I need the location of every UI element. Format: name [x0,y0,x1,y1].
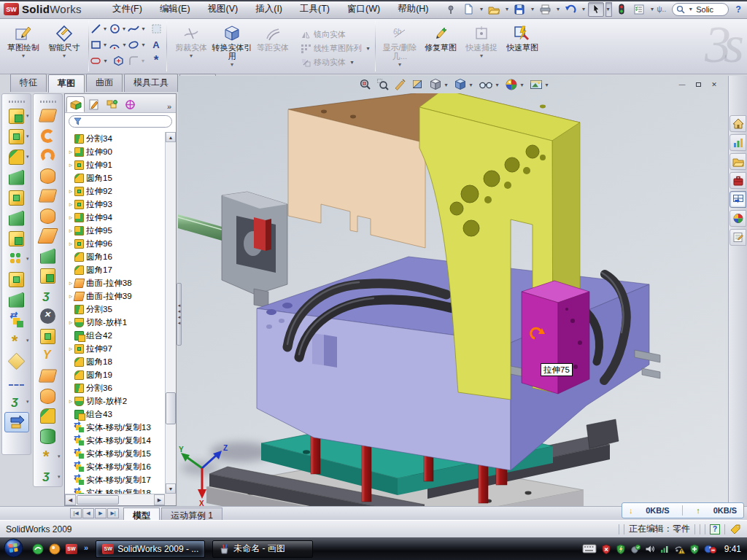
solidworks-quicklaunch-icon[interactable]: SW [66,544,77,554]
save-dropdown[interactable]: ▾ [529,6,535,12]
next-tab-button[interactable]: ▶ [95,508,107,518]
resources-home-icon[interactable] [729,115,746,132]
undo-button[interactable] [562,2,578,17]
mirror-entities-button[interactable]: 镜向实体 [301,29,371,40]
file-explorer-icon[interactable] [729,153,746,170]
expand-arrow-icon[interactable]: ▹ [67,319,74,326]
hole-wizard-button[interactable] [4,228,29,249]
feature-tree-item[interactable]: ▹ 拉伸97 [65,342,165,355]
feature-tree-item[interactable]: ▹ 拉伸92 [65,184,165,198]
reference-plane-button[interactable] [4,351,29,371]
zoom-to-fit-button[interactable] [359,78,372,91]
feature-tree-item[interactable]: 分割34 [65,132,165,145]
menu-item[interactable]: 工具(T) [291,0,338,18]
doc-minimize-button[interactable]: — [676,79,689,90]
undo-dropdown[interactable]: ▾ [580,6,587,12]
hide-show-items-button[interactable]: ▾ [479,79,500,90]
ruled-surface-button[interactable] [36,146,61,166]
tray-volume-icon[interactable] [645,544,655,554]
edit-appearance-button[interactable]: ▾ [505,78,525,91]
feature-tree-item[interactable]: 实体-移动/复制18 [65,486,165,494]
quicklaunch-overflow-chevron[interactable]: » [84,543,88,552]
menu-item[interactable]: 视图(V) [199,0,247,18]
display-style-button[interactable]: ▾ [454,78,474,91]
move-entities-button[interactable]: 移动实体 ▾ [301,57,371,68]
extend-surface-button[interactable] [36,286,61,306]
feature-tree-item[interactable]: 组合42 [65,329,165,342]
convert-entities-dropdown[interactable]: ▾ [231,61,233,68]
linear-pattern-button[interactable]: 线性草图阵列 ▾ [301,43,371,54]
feature-tree-item[interactable]: 实体-移动/复制13 [65,421,165,434]
trim-entities-button[interactable]: 剪裁实体 ▾ [171,22,212,59]
draft-button[interactable] [4,208,29,228]
surface-cylinder-button[interactable] [36,427,61,446]
swept-surface-button[interactable] [36,106,61,125]
replace-face-button[interactable] [36,326,61,346]
menu-item[interactable]: 帮助(H) [389,0,437,18]
feature-tree-item[interactable]: ▹ 拉伸95 [65,224,165,237]
section-view-button[interactable] [411,78,425,91]
circle-tool[interactable]: ▾ [109,20,128,36]
dimxpert-manager-tab[interactable] [121,96,139,112]
tray-updater-icon[interactable] [630,544,640,554]
quick-tips-button[interactable]: ? [710,524,720,534]
launcher-quicklaunch-icon[interactable] [49,543,61,555]
shell-button[interactable] [4,187,29,208]
menu-item[interactable]: 编辑(E) [151,0,199,18]
help-button[interactable]: ? [730,2,746,17]
thicken-button[interactable] [36,406,61,426]
feature-tree-item[interactable]: ▹ 拉伸94 [65,211,165,224]
fillet-button[interactable]: ▾ [4,147,29,167]
taskbar-window-solidworks[interactable]: SW SolidWorks 2009 - ... [96,540,205,558]
move-entities-dropdown[interactable]: ▾ [349,59,355,66]
doc-restore-button[interactable] [692,79,705,90]
model-tab[interactable]: 运动算例 1 [161,508,222,520]
feature-tree-item[interactable]: ▹ 曲面-拉伸39 [65,289,165,303]
lofted-surface-button[interactable] [36,166,61,185]
slide-clamp-part[interactable] [222,192,287,308]
display-delete-relations-button[interactable]: 6b 显示/删除几... ▾ [379,22,420,68]
command-tab[interactable]: 模具工具 [124,74,178,92]
convert-entities-button[interactable]: 转换实体引用 ▾ [212,22,252,68]
helix-curve-button[interactable]: ▾ [4,392,29,412]
command-tab[interactable]: 曲面 [86,74,123,92]
start-button[interactable] [4,538,23,560]
line-tool[interactable]: ▾ [90,20,109,36]
tray-health-shield-icon[interactable] [689,544,700,554]
menu-item[interactable]: 窗口(W) [338,0,389,18]
expand-arrow-icon[interactable]: ▹ [67,214,74,221]
surface-point-button[interactable]: ▾ [36,446,61,466]
slot-tool[interactable]: ▾ [90,52,109,69]
scroll-right-button[interactable]: ▶ [154,494,165,505]
quick-snaps-dropdown[interactable]: ▾ [480,52,483,59]
feature-tree-item[interactable]: ▹ 曲面-拉伸38 [65,276,165,289]
tray-antivirus-shield-icon[interactable] [601,544,611,554]
view-palette-icon[interactable] [729,191,746,208]
feature-tree-item[interactable]: ▹ 拉伸91 [65,158,165,171]
last-tab-button[interactable]: ▶| [107,508,119,518]
first-tab-button[interactable]: |◀ [70,508,82,518]
search-scope-dropdown[interactable]: ▾ [687,6,694,12]
expand-arrow-icon[interactable]: ▹ [67,161,74,168]
freeform-button[interactable] [36,386,61,406]
feature-tree-item[interactable]: 实体-移动/复制15 [65,447,165,460]
property-manager-tab[interactable] [85,96,103,112]
untrim-surface-button[interactable] [36,346,61,366]
display-delete-dropdown[interactable]: ▾ [398,61,401,68]
feature-tree-item[interactable]: 圆角17 [65,263,165,276]
messenger-quicklaunch-icon[interactable] [32,543,44,555]
sketch-button[interactable]: 草图绘制 ▾ [3,22,44,59]
centerline-button[interactable] [4,371,29,392]
cut-extrude-button[interactable]: ▾ [4,126,29,147]
sketch-fillet-tool[interactable]: ▾ [128,52,147,69]
zoom-to-area-button[interactable] [376,78,390,91]
smart-dimension-dropdown[interactable]: ▾ [63,52,66,59]
feature-tree-item[interactable]: ▹ 拉伸93 [65,198,165,211]
tree-vertical-scrollbar[interactable]: ▲ ▼ [165,132,176,494]
offset-entities-button[interactable]: 等距实体 [252,22,293,52]
sketch-text-tool[interactable]: A [147,36,166,52]
revolved-surface-button[interactable] [36,125,61,145]
expand-arrow-icon[interactable]: ▹ [67,345,74,352]
instant3d-button[interactable] [4,412,29,432]
configuration-manager-tab[interactable] [103,96,121,112]
